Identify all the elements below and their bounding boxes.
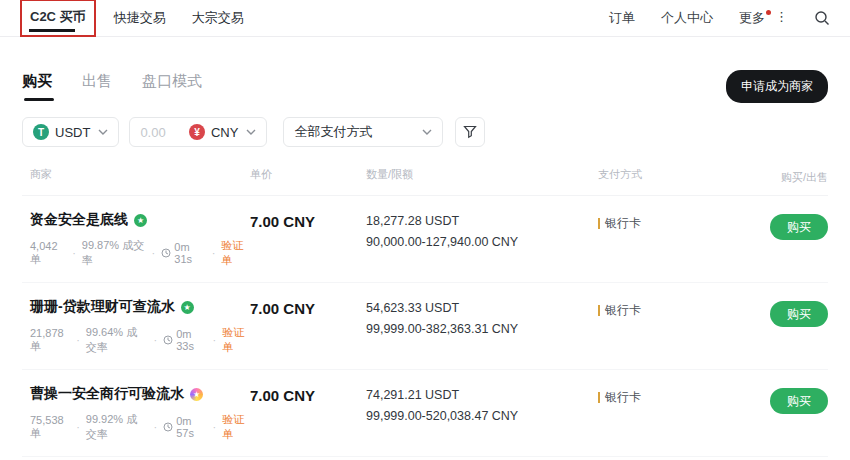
fiat-select[interactable]: ¥ CNY (189, 124, 256, 140)
order-limit: 99,999.00-382,363.31 CNY (366, 322, 598, 336)
usdt-icon: T (33, 124, 49, 140)
dot-separator (207, 334, 223, 346)
kebab-menu-icon[interactable]: ⋮ (775, 9, 788, 24)
clock-icon (163, 335, 173, 345)
top-nav: C2C 买币 快捷交易 大宗交易 订单 个人中心 更多 ⋮ (0, 0, 850, 37)
bank-card-bar-icon (598, 218, 600, 229)
nav-right-group: 订单 个人中心 更多 ⋮ (583, 9, 830, 27)
header-amount-limit: 数量/限额 (366, 167, 598, 185)
unit-price: 7.00 CNY (250, 385, 366, 404)
payment-method-select[interactable]: 全部支付方式 (283, 117, 443, 147)
avg-release-time: 0m 31s (174, 241, 205, 265)
verified-order-tag: 验证单 (222, 412, 250, 442)
header-merchant: 商家 (22, 167, 250, 185)
tab-buy[interactable]: 购买 (22, 72, 52, 101)
c2c-main: 购买 出售 盘口模式 申请成为商家 T USDT ¥ CNY 全部支付方式 (0, 70, 850, 460)
header-payment: 支付方式 (598, 167, 748, 185)
payment-method: 银行卡 (598, 298, 748, 319)
available-amount: 54,623.33 USDT (366, 298, 598, 315)
apply-merchant-button[interactable]: 申请成为商家 (726, 70, 828, 103)
verified-order-tag: 验证单 (222, 325, 250, 355)
order-count: 4,042 单 (30, 240, 66, 267)
header-buy-sell: 购买/出售 (748, 167, 828, 185)
search-icon[interactable] (814, 10, 830, 26)
completion-rate: 99.64% 成交率 (86, 325, 148, 355)
buy-button[interactable]: 购买 (770, 388, 828, 414)
nav-item-orders[interactable]: 订单 (609, 9, 635, 27)
crypto-select-value: USDT (55, 125, 90, 140)
payment-method: 银行卡 (598, 385, 748, 406)
clock-icon (163, 422, 173, 432)
buy-button[interactable]: 购买 (770, 214, 828, 240)
order-count: 21,878 单 (30, 327, 70, 354)
dot-separator (146, 247, 162, 259)
completion-rate: 99.87% 成交率 (82, 238, 146, 268)
cny-icon: ¥ (189, 124, 205, 140)
table-row: 曹操一安全商行可验流水 ★ 75,538 单 99.92% 成交率 0m 57s… (22, 370, 828, 457)
amount-filter-box: ¥ CNY (129, 117, 267, 147)
nav-item-c2c-buy[interactable]: C2C 买币 (20, 0, 96, 37)
nav-item-more[interactable]: 更多 ⋮ (739, 9, 788, 27)
mode-tabs: 购买 出售 盘口模式 (22, 72, 232, 101)
dot-separator (206, 247, 222, 259)
nav-item-more-label: 更多 (739, 9, 765, 27)
bank-card-bar-icon (598, 305, 600, 316)
chevron-down-icon (246, 129, 256, 135)
clock-icon (161, 248, 171, 258)
avg-release-time: 0m 57s (176, 415, 206, 439)
available-amount: 74,291.21 USDT (366, 385, 598, 402)
buy-button[interactable]: 购买 (770, 301, 828, 327)
order-limit: 90,000.00-127,940.00 CNY (366, 235, 598, 249)
nav-item-express-trade[interactable]: 快捷交易 (114, 9, 166, 27)
payment-method: 银行卡 (598, 211, 748, 232)
table-row: 珊珊-贷款理财可查流水 ★ 21,878 单 99.64% 成交率 0m 33s… (22, 283, 828, 370)
tab-orderbook-mode[interactable]: 盘口模式 (142, 72, 202, 101)
table-row: 资金安全是底线 ★ 4,042 单 99.87% 成交率 0m 31s 验证单 … (22, 196, 828, 283)
merchant-name[interactable]: 珊珊-贷款理财可查流水 ★ (30, 298, 250, 316)
order-count: 75,538 单 (30, 414, 70, 441)
verified-merchant-badge-icon: ★ (134, 214, 147, 227)
avg-release-time: 0m 33s (176, 328, 206, 352)
unit-price: 7.00 CNY (250, 298, 366, 317)
fiat-select-value: CNY (211, 125, 238, 140)
chevron-down-icon (98, 129, 108, 135)
nav-item-block-trade[interactable]: 大宗交易 (192, 9, 244, 27)
available-amount: 18,277.28 USDT (366, 211, 598, 228)
nav-item-profile[interactable]: 个人中心 (661, 9, 713, 27)
merchant-name[interactable]: 资金安全是底线 ★ (30, 211, 250, 229)
dot-separator (148, 421, 164, 433)
table-header: 商家 单价 数量/限额 支付方式 购买/出售 (22, 167, 828, 196)
payment-select-value: 全部支付方式 (294, 123, 372, 141)
unit-price: 7.00 CNY (250, 211, 366, 230)
notification-dot (766, 10, 771, 15)
merchant-name[interactable]: 曹操一安全商行可验流水 ★ (30, 385, 250, 403)
order-limit: 99,999.00-520,038.47 CNY (366, 409, 598, 423)
diamond-merchant-badge-icon: ★ (190, 388, 203, 401)
verified-order-tag: 验证单 (221, 238, 250, 268)
filters-row: T USDT ¥ CNY 全部支付方式 (22, 117, 828, 147)
merchant-stats: 4,042 单 99.87% 成交率 0m 31s 验证单 (30, 238, 250, 268)
tab-sell[interactable]: 出售 (82, 72, 112, 101)
nav-left-group: C2C 买币 快捷交易 大宗交易 (20, 0, 270, 37)
dot-separator (66, 247, 82, 259)
dot-separator (148, 334, 164, 346)
filter-funnel-icon[interactable] (455, 117, 485, 147)
completion-rate: 99.92% 成交率 (86, 412, 148, 442)
dot-separator (70, 421, 86, 433)
verified-merchant-badge-icon: ★ (181, 301, 194, 314)
bank-card-bar-icon (598, 392, 600, 403)
dot-separator (70, 334, 86, 346)
amount-input[interactable] (140, 125, 188, 140)
dot-separator (207, 421, 223, 433)
merchant-stats: 75,538 单 99.92% 成交率 0m 57s 验证单 (30, 412, 250, 442)
tabs-row: 购买 出售 盘口模式 申请成为商家 (22, 70, 828, 103)
crypto-select[interactable]: T USDT (22, 117, 119, 147)
chevron-down-icon (422, 129, 432, 135)
header-price: 单价 (250, 167, 366, 185)
merchant-stats: 21,878 单 99.64% 成交率 0m 33s 验证单 (30, 325, 250, 355)
nav-item-c2c-label: C2C 买币 (30, 9, 86, 24)
